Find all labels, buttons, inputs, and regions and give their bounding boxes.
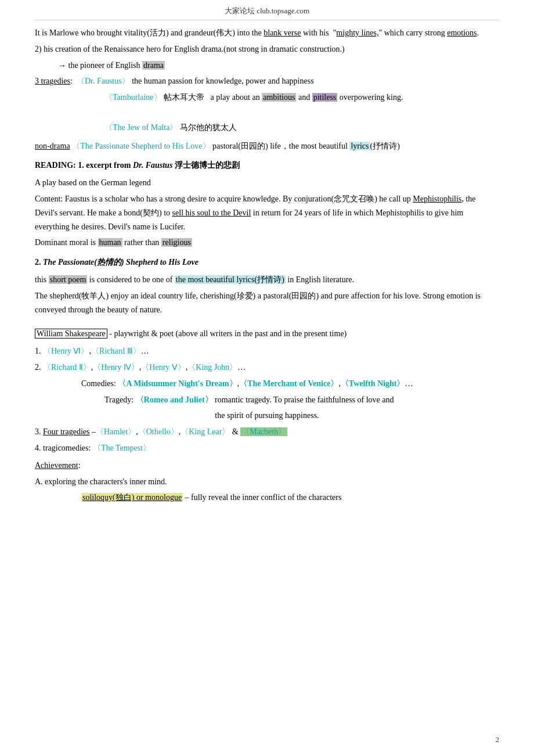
paragraph-marlowe: It is Marlowe who brought vitality(活力) a… [35, 26, 499, 40]
henry-iv-ref: 〈Henry Ⅳ〉 [93, 363, 139, 372]
shakespeare-section: William Shakespeare - playwright & poet … [35, 327, 499, 505]
3-tragedies-label: 3 tragedies [35, 77, 70, 85]
macbeth-ref: 〈Macbeth〉 [240, 427, 287, 436]
shakespeare-line: William Shakespeare - playwright & poet … [35, 327, 499, 341]
most-beautiful-lyrics-highlight: the most beautiful lyrics(抒情诗) [175, 275, 286, 284]
romeo-juliet-ref: 〈Romeo and Juliet〉 [136, 395, 213, 404]
lyrics-highlight: lyrics [349, 142, 370, 150]
king-lear-ref: 〈King Lear〉 [181, 427, 230, 436]
paragraph-renaissance: 2) his creation of the Renaissance hero … [35, 42, 499, 56]
page-number: 2 [496, 735, 500, 744]
main-content: It is Marlowe who brought vitality(活力) a… [35, 26, 499, 505]
soliloquy-line: soliloquy(独白) or monologue – fully revea… [81, 491, 499, 505]
achievement-a: A. exploring the characters's inner mind… [35, 475, 499, 489]
richard-iii-ref: 〈Richard Ⅲ〉 [91, 347, 141, 355]
short-poem-line: this short poem is considered to be one … [35, 273, 499, 287]
site-name: 大家论坛 club.topsage.com [225, 6, 309, 15]
tragedy-line: Tragedy: 〈Romeo and Juliet〉 romantic tra… [104, 393, 499, 407]
jew-of-malta-line: 〈The Jew of Malta〉 马尔他的犹太人 [104, 107, 499, 135]
tragedy-continuation: the spirit of pursuing happiness. [35, 409, 499, 423]
non-drama-label: non-drama [35, 142, 70, 150]
jew-of-malta-ref: 〈The Jew of Malta〉 [104, 123, 178, 132]
human-highlight: human [98, 238, 122, 247]
achievement-label: Achievement: [35, 459, 499, 473]
tamburlaine-ref: 〈Tamburlaine〉 [104, 93, 162, 102]
s-item1: 1. 〈Henry Ⅵ〉,〈Richard Ⅲ〉… [35, 344, 499, 358]
reading2-title: 2. The Passionate(热情的) Shepherd to His L… [35, 255, 499, 269]
s-item4: 4. tragicomedies: 〈The Tempest〉 [35, 441, 499, 455]
twelfth-night-ref: 〈Twelfth Night〉 [341, 379, 405, 388]
emotions-text: emotions [447, 28, 477, 37]
king-john-ref: 〈King John〉 [187, 363, 237, 372]
midsummer-ref: 〈A Midsummer Night's Dream〉 [118, 379, 237, 388]
four-tragedies-text: Four tragedies [43, 427, 89, 436]
pitiless-highlight: pitiless [312, 93, 338, 102]
hamlet-ref: 〈Hamlet〉 [96, 427, 136, 436]
ambitious-highlight: ambitious [262, 93, 296, 102]
comedies-line: Comedies: 〈A Midsummer Night's Dream〉,〈T… [81, 377, 499, 391]
tamburlaine-line: 〈Tamburlaine〉 帖木耳大帝 a play about an ambi… [104, 91, 499, 105]
dominant-moral-line: Dominant moral is human rather than reli… [35, 236, 499, 250]
richard-ii-ref: 〈Richard Ⅱ〉 [43, 363, 91, 372]
sell-soul-text: sell his soul to the Devil [172, 208, 251, 217]
drama-highlight: drama [142, 61, 165, 70]
henry-vi-ref: 〈Henry Ⅵ〉 [43, 347, 89, 355]
s-item2: 2. 〈Richard Ⅱ〉,〈Henry Ⅳ〉,〈Henry Ⅴ〉,〈King… [35, 361, 499, 375]
dr-faustus-ref: 〈Dr. Faustus〉 [77, 77, 130, 85]
henry-v-ref: 〈Henry Ⅴ〉 [141, 363, 186, 372]
tempest-ref: 〈The Tempest〉 [93, 444, 151, 452]
achievement-text: Achievement [35, 461, 78, 470]
short-poem-highlight: short poem [49, 275, 88, 284]
passionate-shepherd-ref: 〈The Passionate Shepherd to His Love〉 [72, 142, 210, 150]
tragedies-line: 3 tragedies: 〈Dr. Faustus〉 the human pas… [35, 74, 499, 88]
othello-ref: 〈Othello〉 [138, 427, 179, 436]
german-legend-line: A play based on the German legend [35, 176, 499, 190]
religious-highlight: religious [161, 238, 192, 247]
mighty-lines-text: mighty lines, [336, 28, 378, 37]
soliloquy-text: soliloquy(独白) or monologue [81, 493, 183, 502]
non-drama-line: non-drama 〈The Passionate Shepherd to Hi… [35, 139, 499, 153]
reading-title: READING: 1. excerpt from Dr. Faustus 浮士德… [35, 159, 499, 172]
pioneer-line: → the pioneer of English drama [58, 59, 499, 73]
mephistophilis-text: Mephistophilis [413, 195, 461, 203]
shepherd-line: The shepherd(牧羊人) enjoy an ideal country… [35, 289, 499, 317]
merchant-ref: 〈The Merchant of Venice〉 [239, 379, 338, 388]
shakespeare-boxed: William Shakespeare [35, 329, 107, 339]
blank-verse-text: blank verse [264, 28, 301, 37]
content-paragraph: Content: Faustus is a scholar who has a … [35, 192, 499, 233]
site-header: 大家论坛 club.topsage.com [35, 6, 499, 20]
s-item3: 3. Four tragedies –〈Hamlet〉,〈Othello〉,〈K… [35, 425, 499, 439]
